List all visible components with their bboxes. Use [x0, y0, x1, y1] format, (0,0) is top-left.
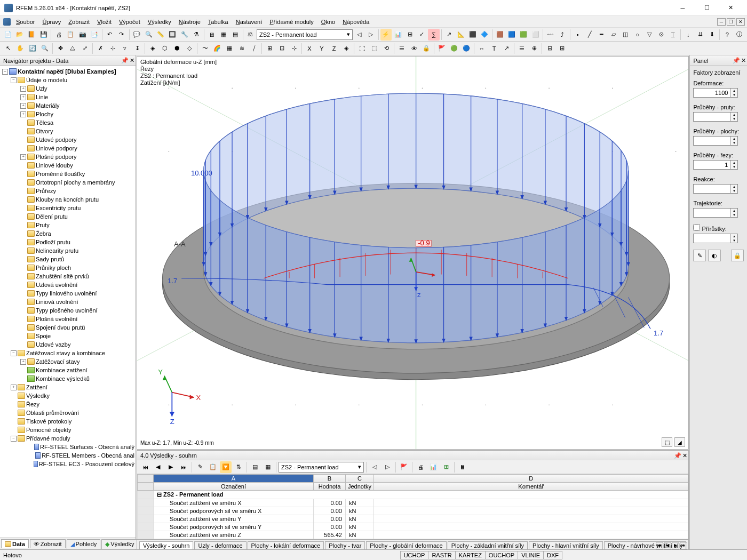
- flag-green-icon[interactable]: 🟢: [448, 43, 460, 54]
- status-toggle[interactable]: OUCHOP: [485, 551, 518, 559]
- tree-item[interactable]: Uzlová uvolnění: [1, 281, 134, 289]
- expand-icon[interactable]: ⊕: [528, 43, 540, 54]
- status-toggle[interactable]: VLINIE: [518, 551, 544, 559]
- tree-item[interactable]: Výsledky: [1, 391, 134, 400]
- tab-prev-icon[interactable]: ◀: [664, 542, 671, 549]
- rotate-icon[interactable]: 🔄: [27, 43, 38, 54]
- mirror-icon[interactable]: ⧋: [67, 43, 78, 54]
- status-toggle[interactable]: RASTR: [428, 551, 455, 559]
- tree-item[interactable]: Otvory: [1, 127, 134, 135]
- layer-icon[interactable]: ☰: [396, 43, 408, 54]
- solid-view-icon[interactable]: ⬢: [171, 43, 183, 54]
- panel-input[interactable]: [693, 234, 730, 243]
- results-icon[interactable]: ∑: [428, 29, 439, 41]
- tree-item[interactable]: Spojení dvou prutů: [1, 323, 134, 332]
- tree-item[interactable]: Oblasti průměrování: [1, 409, 134, 417]
- show-support-icon[interactable]: ▿: [119, 43, 131, 54]
- view-iso-icon[interactable]: ◈: [340, 43, 352, 54]
- tree-item[interactable]: Liniové klouby: [1, 161, 134, 170]
- copy-icon[interactable]: 📑: [89, 29, 100, 41]
- tree-item[interactable]: Řezy: [1, 400, 134, 409]
- panel-input[interactable]: [693, 208, 730, 218]
- cursor-icon[interactable]: ↖: [2, 43, 14, 54]
- rt-first-icon[interactable]: ⏮: [139, 461, 151, 473]
- module4-icon[interactable]: 🔷: [479, 29, 490, 41]
- rt-last-icon[interactable]: ⏭: [178, 461, 189, 473]
- report-icon[interactable]: 📋: [65, 29, 76, 41]
- tree-item[interactable]: Tiskové protokoly: [1, 417, 134, 426]
- aluminum-icon[interactable]: ⬜: [530, 29, 541, 41]
- dynamic-icon[interactable]: 〰: [545, 29, 556, 41]
- rt-filter-icon[interactable]: 🔽: [220, 461, 232, 473]
- tree-item[interactable]: Liniová uvolnění: [1, 298, 134, 306]
- tree-item[interactable]: +Linie: [1, 93, 134, 101]
- isoband-icon[interactable]: ▦: [224, 43, 235, 54]
- loadcase-combo[interactable]: ZS2 - Permanent load▾: [257, 29, 353, 40]
- print-icon[interactable]: 🖨: [53, 29, 64, 41]
- spinner[interactable]: ▲▼: [730, 184, 738, 194]
- tab-next-icon[interactable]: ▶: [672, 542, 679, 549]
- text-icon[interactable]: T: [488, 43, 500, 54]
- flag-red-icon[interactable]: 🚩: [436, 43, 448, 54]
- show-numbers-icon[interactable]: ✗: [94, 43, 106, 54]
- tab-first-icon[interactable]: ⏮: [656, 542, 663, 549]
- tree-module-item[interactable]: RF-STEEL EC3 - Posouzení ocelový: [11, 460, 134, 468]
- solid-icon[interactable]: ◫: [619, 29, 631, 41]
- results-loadcase-combo[interactable]: ZS2 - Permanent load▾: [279, 462, 364, 473]
- select-icon[interactable]: 🔲: [167, 29, 178, 41]
- panel-edit-icon[interactable]: ✎: [693, 250, 706, 261]
- menu-nápověda[interactable]: Nápověda: [339, 18, 372, 26]
- panel-input[interactable]: [693, 136, 730, 146]
- tree-item[interactable]: Uzlové podpory: [1, 135, 134, 144]
- result-tab[interactable]: Plochy - tvar: [325, 541, 365, 549]
- tree-item[interactable]: Spoje: [1, 332, 134, 340]
- steel-icon[interactable]: 🟫: [494, 29, 505, 41]
- save-icon[interactable]: 💾: [38, 29, 49, 41]
- panel-lock-icon[interactable]: 🔒: [731, 250, 744, 261]
- rt-view1-icon[interactable]: ▤: [249, 461, 261, 473]
- contour-icon[interactable]: 🌈: [211, 43, 223, 54]
- show-load-icon[interactable]: ↧: [131, 43, 143, 54]
- tool-icon[interactable]: 🔧: [179, 29, 190, 41]
- section-result-icon[interactable]: ⧸: [248, 43, 260, 54]
- result-tab[interactable]: Plochy - základní vnitřní síly: [448, 541, 528, 549]
- menu-nástroje[interactable]: Nástroje: [176, 18, 204, 26]
- line-icon[interactable]: ╱: [584, 29, 595, 41]
- module3-icon[interactable]: ⬛: [467, 29, 478, 41]
- rt-view2-icon[interactable]: ▦: [262, 461, 274, 473]
- rt-copy-icon[interactable]: 📋: [207, 461, 219, 473]
- find-icon[interactable]: 🔍: [143, 29, 154, 41]
- open-block-icon[interactable]: 📙: [26, 29, 37, 41]
- status-toggle[interactable]: UCHOP: [400, 551, 429, 559]
- panel-input[interactable]: [693, 88, 730, 98]
- nav-tab-display[interactable]: 👁Zobrazit: [30, 539, 66, 548]
- calc2-icon[interactable]: 📊: [392, 29, 403, 41]
- menu-okno[interactable]: Okno: [318, 18, 338, 26]
- zoom-all-icon[interactable]: ⛶: [356, 43, 368, 54]
- tree-item[interactable]: Excentricity prutu: [1, 204, 134, 212]
- rt-prev-icon[interactable]: ◀: [152, 461, 164, 473]
- maximize-button[interactable]: ☐: [695, 1, 719, 15]
- isoline-icon[interactable]: ≋: [236, 43, 248, 54]
- visibility-icon[interactable]: 👁: [408, 43, 420, 54]
- increment-checkbox[interactable]: [693, 224, 700, 231]
- help-icon[interactable]: ?: [721, 29, 733, 41]
- tree-item[interactable]: +Uzly: [1, 84, 134, 93]
- tree-item[interactable]: Typy liniového uvolnění: [1, 289, 134, 298]
- panel-close-icon[interactable]: ✕: [741, 57, 746, 64]
- rt-edit-icon[interactable]: ✎: [194, 461, 206, 473]
- deform-icon[interactable]: 〜: [199, 43, 211, 54]
- menu-výpočet[interactable]: Výpočet: [116, 18, 144, 26]
- status-toggle[interactable]: KARTEZ: [455, 551, 486, 559]
- minimize-button[interactable]: ─: [671, 1, 695, 15]
- open-icon[interactable]: 📂: [14, 29, 25, 41]
- tree-item[interactable]: Podloží prutu: [1, 238, 134, 246]
- table-row[interactable]: Součet podporových sil ve směru Y0.00kN: [138, 523, 688, 531]
- undo-icon[interactable]: ↶: [104, 29, 115, 41]
- flag-blue-icon[interactable]: 🔵: [460, 43, 472, 54]
- tree-item[interactable]: +Materiály: [1, 101, 134, 110]
- nav-tab-data[interactable]: Data: [1, 539, 29, 548]
- spinner[interactable]: ▲▼: [730, 160, 738, 170]
- tree-item[interactable]: Ortotropní plochy a membrány: [1, 178, 134, 187]
- support-icon[interactable]: ▽: [643, 29, 655, 41]
